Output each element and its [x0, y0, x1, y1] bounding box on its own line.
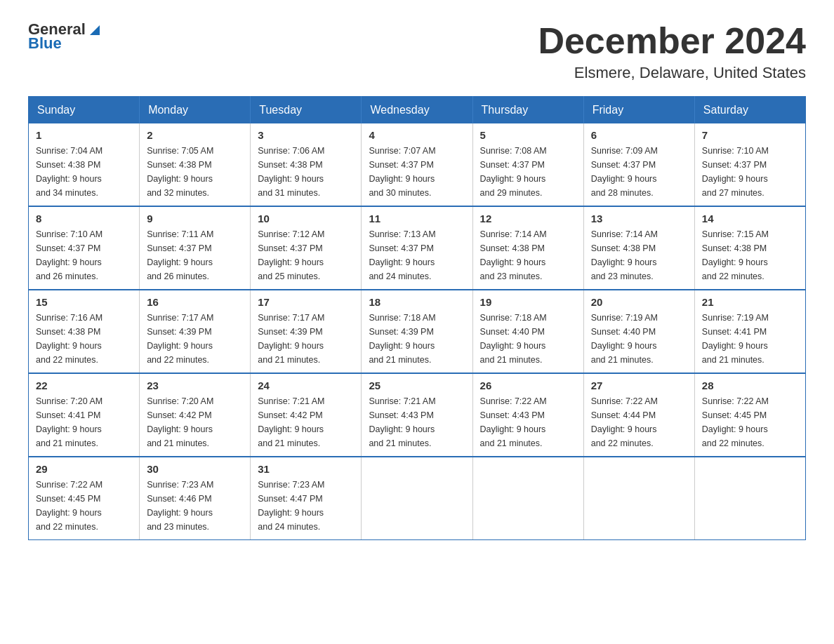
- day-info: Sunrise: 7:22 AM Sunset: 4:45 PM Dayligh…: [702, 394, 798, 450]
- day-info: Sunrise: 7:04 AM Sunset: 4:38 PM Dayligh…: [36, 144, 132, 200]
- calendar-day-cell: 10 Sunrise: 7:12 AM Sunset: 4:37 PM Dayl…: [251, 206, 362, 290]
- day-number: 13: [591, 213, 687, 224]
- calendar-day-cell: [362, 457, 472, 540]
- day-number: 16: [147, 296, 243, 308]
- calendar-day-cell: 19 Sunrise: 7:18 AM Sunset: 4:40 PM Dayl…: [472, 290, 583, 373]
- day-number: 23: [147, 380, 243, 391]
- day-info: Sunrise: 7:06 AM Sunset: 4:38 PM Dayligh…: [258, 144, 354, 200]
- calendar-day-cell: 15 Sunrise: 7:16 AM Sunset: 4:38 PM Dayl…: [29, 290, 140, 373]
- day-number: 12: [480, 213, 576, 224]
- calendar-day-cell: 26 Sunrise: 7:22 AM Sunset: 4:43 PM Dayl…: [472, 373, 583, 457]
- calendar-day-cell: 27 Sunrise: 7:22 AM Sunset: 4:44 PM Dayl…: [583, 373, 694, 457]
- calendar-day-cell: 7 Sunrise: 7:10 AM Sunset: 4:37 PM Dayli…: [694, 123, 805, 206]
- header-saturday: Saturday: [694, 97, 805, 124]
- day-number: 26: [480, 380, 576, 391]
- day-number: 24: [258, 380, 354, 391]
- day-info: Sunrise: 7:17 AM Sunset: 4:39 PM Dayligh…: [258, 311, 354, 367]
- logo-blue-text: Blue: [28, 35, 62, 52]
- day-number: 15: [36, 296, 132, 308]
- day-number: 29: [36, 463, 132, 475]
- calendar-day-cell: 23 Sunrise: 7:20 AM Sunset: 4:42 PM Dayl…: [140, 373, 251, 457]
- calendar-day-cell: 20 Sunrise: 7:19 AM Sunset: 4:40 PM Dayl…: [583, 290, 694, 373]
- calendar-day-cell: 11 Sunrise: 7:13 AM Sunset: 4:37 PM Dayl…: [362, 206, 472, 290]
- header-wednesday: Wednesday: [362, 97, 472, 124]
- day-number: 5: [480, 129, 576, 141]
- calendar-week-row: 22 Sunrise: 7:20 AM Sunset: 4:41 PM Dayl…: [29, 373, 806, 457]
- day-number: 18: [369, 296, 465, 308]
- calendar-day-cell: 21 Sunrise: 7:19 AM Sunset: 4:41 PM Dayl…: [694, 290, 805, 373]
- day-info: Sunrise: 7:16 AM Sunset: 4:38 PM Dayligh…: [36, 311, 132, 367]
- day-info: Sunrise: 7:23 AM Sunset: 4:47 PM Dayligh…: [258, 478, 354, 534]
- calendar-day-cell: [583, 457, 694, 540]
- calendar-day-cell: 14 Sunrise: 7:15 AM Sunset: 4:38 PM Dayl…: [694, 206, 805, 290]
- logo-triangle-icon: [87, 22, 102, 38]
- day-info: Sunrise: 7:11 AM Sunset: 4:37 PM Dayligh…: [147, 227, 243, 283]
- calendar-day-cell: 5 Sunrise: 7:08 AM Sunset: 4:37 PM Dayli…: [472, 123, 583, 206]
- calendar-day-cell: 6 Sunrise: 7:09 AM Sunset: 4:37 PM Dayli…: [583, 123, 694, 206]
- day-info: Sunrise: 7:20 AM Sunset: 4:42 PM Dayligh…: [147, 394, 243, 450]
- day-info: Sunrise: 7:21 AM Sunset: 4:42 PM Dayligh…: [258, 394, 354, 450]
- calendar-subtitle: Elsmere, Delaware, United States: [538, 64, 806, 82]
- day-info: Sunrise: 7:12 AM Sunset: 4:37 PM Dayligh…: [258, 227, 354, 283]
- calendar-day-cell: 30 Sunrise: 7:23 AM Sunset: 4:46 PM Dayl…: [140, 457, 251, 540]
- day-info: Sunrise: 7:23 AM Sunset: 4:46 PM Dayligh…: [147, 478, 243, 534]
- day-number: 14: [702, 213, 798, 224]
- calendar-week-row: 8 Sunrise: 7:10 AM Sunset: 4:37 PM Dayli…: [29, 206, 806, 290]
- svg-marker-0: [90, 25, 100, 35]
- day-number: 17: [258, 296, 354, 308]
- day-info: Sunrise: 7:14 AM Sunset: 4:38 PM Dayligh…: [591, 227, 687, 283]
- calendar-day-cell: 1 Sunrise: 7:04 AM Sunset: 4:38 PM Dayli…: [29, 123, 140, 206]
- day-info: Sunrise: 7:17 AM Sunset: 4:39 PM Dayligh…: [147, 311, 243, 367]
- calendar-day-cell: 29 Sunrise: 7:22 AM Sunset: 4:45 PM Dayl…: [29, 457, 140, 540]
- calendar-day-cell: 22 Sunrise: 7:20 AM Sunset: 4:41 PM Dayl…: [29, 373, 140, 457]
- day-info: Sunrise: 7:14 AM Sunset: 4:38 PM Dayligh…: [480, 227, 576, 283]
- day-number: 9: [147, 213, 243, 224]
- day-number: 4: [369, 129, 465, 141]
- day-number: 3: [258, 129, 354, 141]
- header: General Blue December 2024 Elsmere, Dela…: [28, 21, 806, 82]
- day-number: 25: [369, 380, 465, 391]
- day-info: Sunrise: 7:21 AM Sunset: 4:43 PM Dayligh…: [369, 394, 465, 450]
- day-number: 2: [147, 129, 243, 141]
- day-info: Sunrise: 7:10 AM Sunset: 4:37 PM Dayligh…: [702, 144, 798, 200]
- day-info: Sunrise: 7:20 AM Sunset: 4:41 PM Dayligh…: [36, 394, 132, 450]
- calendar-day-cell: 12 Sunrise: 7:14 AM Sunset: 4:38 PM Dayl…: [472, 206, 583, 290]
- day-info: Sunrise: 7:07 AM Sunset: 4:37 PM Dayligh…: [369, 144, 465, 200]
- day-number: 31: [258, 463, 354, 475]
- calendar-day-cell: [694, 457, 805, 540]
- day-number: 6: [591, 129, 687, 141]
- calendar-day-cell: 24 Sunrise: 7:21 AM Sunset: 4:42 PM Dayl…: [251, 373, 362, 457]
- day-info: Sunrise: 7:22 AM Sunset: 4:45 PM Dayligh…: [36, 478, 132, 534]
- header-tuesday: Tuesday: [251, 97, 362, 124]
- calendar-day-cell: 16 Sunrise: 7:17 AM Sunset: 4:39 PM Dayl…: [140, 290, 251, 373]
- calendar-day-cell: 13 Sunrise: 7:14 AM Sunset: 4:38 PM Dayl…: [583, 206, 694, 290]
- calendar-table: Sunday Monday Tuesday Wednesday Thursday…: [28, 96, 806, 540]
- calendar-day-cell: 25 Sunrise: 7:21 AM Sunset: 4:43 PM Dayl…: [362, 373, 472, 457]
- day-info: Sunrise: 7:22 AM Sunset: 4:44 PM Dayligh…: [591, 394, 687, 450]
- day-info: Sunrise: 7:05 AM Sunset: 4:38 PM Dayligh…: [147, 144, 243, 200]
- calendar-title: December 2024: [538, 21, 806, 61]
- day-info: Sunrise: 7:18 AM Sunset: 4:40 PM Dayligh…: [480, 311, 576, 367]
- day-number: 10: [258, 213, 354, 224]
- calendar-day-cell: 17 Sunrise: 7:17 AM Sunset: 4:39 PM Dayl…: [251, 290, 362, 373]
- day-number: 21: [702, 296, 798, 308]
- calendar-day-cell: 8 Sunrise: 7:10 AM Sunset: 4:37 PM Dayli…: [29, 206, 140, 290]
- day-number: 11: [369, 213, 465, 224]
- calendar-day-cell: 2 Sunrise: 7:05 AM Sunset: 4:38 PM Dayli…: [140, 123, 251, 206]
- calendar-day-cell: 9 Sunrise: 7:11 AM Sunset: 4:37 PM Dayli…: [140, 206, 251, 290]
- day-info: Sunrise: 7:10 AM Sunset: 4:37 PM Dayligh…: [36, 227, 132, 283]
- day-info: Sunrise: 7:15 AM Sunset: 4:38 PM Dayligh…: [702, 227, 798, 283]
- calendar-week-row: 1 Sunrise: 7:04 AM Sunset: 4:38 PM Dayli…: [29, 123, 806, 206]
- calendar-header-row: Sunday Monday Tuesday Wednesday Thursday…: [29, 97, 806, 124]
- header-thursday: Thursday: [472, 97, 583, 124]
- day-number: 8: [36, 213, 132, 224]
- day-number: 28: [702, 380, 798, 391]
- calendar-day-cell: 3 Sunrise: 7:06 AM Sunset: 4:38 PM Dayli…: [251, 123, 362, 206]
- calendar-week-row: 15 Sunrise: 7:16 AM Sunset: 4:38 PM Dayl…: [29, 290, 806, 373]
- day-info: Sunrise: 7:09 AM Sunset: 4:37 PM Dayligh…: [591, 144, 687, 200]
- calendar-day-cell: 31 Sunrise: 7:23 AM Sunset: 4:47 PM Dayl…: [251, 457, 362, 540]
- day-number: 19: [480, 296, 576, 308]
- header-friday: Friday: [583, 97, 694, 124]
- day-info: Sunrise: 7:19 AM Sunset: 4:41 PM Dayligh…: [702, 311, 798, 367]
- title-area: December 2024 Elsmere, Delaware, United …: [538, 21, 806, 82]
